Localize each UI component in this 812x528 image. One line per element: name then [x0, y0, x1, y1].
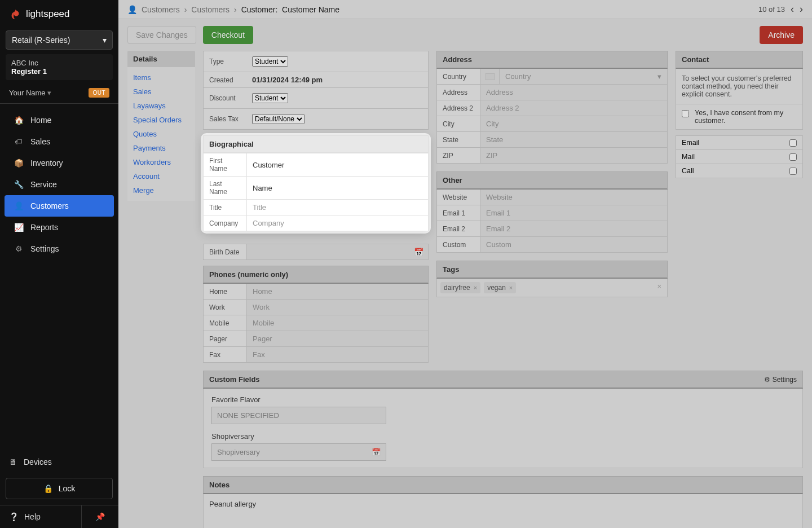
custom-input[interactable] [480, 237, 667, 252]
nav-home[interactable]: 🏠Home [5, 109, 114, 131]
city-label: City [437, 116, 480, 131]
lock-button[interactable]: 🔒Lock [6, 478, 113, 499]
nav-label: Reports [30, 223, 58, 232]
gear-icon: ⚙ [764, 376, 770, 384]
address2-input[interactable] [480, 100, 667, 116]
city-input[interactable] [480, 116, 667, 131]
subnav-merge[interactable]: Merge [127, 183, 195, 197]
email1-input[interactable] [480, 205, 667, 221]
zip-input[interactable] [480, 148, 667, 163]
tag-remove-icon[interactable]: × [509, 284, 513, 291]
company-input[interactable] [246, 215, 428, 231]
subnav-special-orders[interactable]: Special Orders [127, 113, 195, 127]
subnav-layaways[interactable]: Layaways [127, 99, 195, 113]
pref-email-checkbox[interactable] [789, 139, 797, 147]
consent-checkbox[interactable] [682, 110, 689, 117]
calendar-icon[interactable]: 📅 [372, 448, 381, 456]
type-select[interactable]: Student [252, 56, 288, 67]
notes-textarea[interactable]: Peanut allergy [203, 494, 803, 528]
discount-label: Discount [204, 88, 246, 108]
chevron-down-icon: ▾ [103, 36, 107, 45]
nav-devices[interactable]: 🖥Devices [0, 451, 118, 473]
country-select[interactable]: Country▾ [499, 69, 667, 84]
product-selector[interactable]: Retail (R-Series) ▾ [6, 30, 113, 50]
phone-work-input[interactable] [246, 300, 428, 315]
phone-mobile-input[interactable] [246, 315, 428, 331]
pref-mail-checkbox[interactable] [789, 153, 797, 161]
tags-input[interactable]: dairyfree× vegan× × [436, 279, 668, 297]
pager-prev[interactable]: ‹ [791, 3, 794, 15]
shopiversary-label: Shopiversary [211, 432, 795, 441]
breadcrumb-current-prefix: Customer: [241, 5, 278, 14]
email1-label: Email 1 [437, 205, 480, 221]
tags-clear-icon[interactable]: × [657, 282, 664, 293]
other-header: Other [436, 171, 668, 190]
salestax-select[interactable]: Default/None [252, 114, 304, 124]
tag-label: dairyfree [444, 284, 470, 292]
save-button[interactable]: Save Changes [127, 26, 196, 44]
tag-label: vegan [487, 284, 506, 292]
subnav-account[interactable]: Account [127, 169, 195, 183]
brand-logo: lightspeed [0, 0, 118, 28]
subnav-sales[interactable]: Sales [127, 85, 195, 99]
clock-out-badge[interactable]: OUT [89, 88, 109, 98]
custom-fields-settings-label: Settings [773, 376, 797, 384]
breadcrumb-section[interactable]: Customers [191, 5, 230, 14]
lock-icon: 🔒 [43, 484, 53, 493]
nav-service[interactable]: 🔧Service [5, 174, 114, 195]
favorite-flavor-select[interactable]: NONE SPECIFIED [211, 407, 386, 424]
type-label: Type [204, 51, 246, 72]
address-input[interactable] [480, 85, 667, 100]
subnav-quotes[interactable]: Quotes [127, 127, 195, 141]
shopiversary-input[interactable]: Shopiversary📅 [211, 443, 386, 461]
archive-button[interactable]: Archive [760, 26, 803, 44]
birthdate-input[interactable] [251, 244, 414, 259]
tag-remove-icon[interactable]: × [474, 284, 477, 291]
home-icon: 🏠 [14, 116, 24, 125]
nav-inventory[interactable]: 📦Inventory [5, 152, 114, 174]
monitor-icon: 🖥 [9, 457, 17, 467]
website-input[interactable] [480, 190, 667, 205]
address-header: Address [436, 51, 668, 69]
phone-fax-input[interactable] [246, 347, 428, 362]
subnav-payments[interactable]: Payments [127, 141, 195, 155]
custom-fields-settings-link[interactable]: ⚙Settings [764, 376, 797, 384]
calendar-icon[interactable]: 📅 [414, 248, 423, 257]
nav-reports[interactable]: 📈Reports [5, 217, 114, 238]
firstname-input[interactable] [246, 153, 428, 176]
nav-label: Sales [30, 137, 50, 146]
discount-select[interactable]: Student [252, 93, 288, 103]
help-icon: ❔ [9, 512, 19, 521]
nav-settings[interactable]: ⚙Settings [5, 238, 114, 259]
email2-input[interactable] [480, 221, 667, 236]
checkout-button[interactable]: Checkout [203, 26, 253, 44]
phone-pager-input[interactable] [246, 331, 428, 346]
nav-label: Customers [30, 201, 69, 210]
pager-next[interactable]: › [800, 3, 803, 15]
register-name: Register 1 [11, 67, 107, 76]
brand-name: lightspeed [26, 8, 70, 20]
phone-mobile-label: Mobile [204, 315, 246, 331]
pin-button[interactable]: 📌 [82, 505, 118, 528]
contact-header: Contact [676, 51, 803, 69]
pref-call-label: Call [682, 167, 694, 175]
nav-sales[interactable]: 🏷Sales [5, 131, 114, 152]
breadcrumb-root[interactable]: Customers [142, 5, 180, 14]
title-input[interactable] [246, 200, 428, 215]
breadcrumb: 👤 Customers › Customers › Customer: Cust… [127, 5, 339, 14]
subnav-items[interactable]: Items [127, 71, 195, 85]
subnav-workorders[interactable]: Workorders [127, 155, 195, 169]
nav-customers[interactable]: 👤Customers [5, 195, 114, 217]
lastname-input[interactable] [246, 177, 428, 199]
user-name[interactable]: Your Name [9, 89, 46, 97]
pref-call-checkbox[interactable] [789, 168, 797, 175]
wrench-icon: 🔧 [14, 180, 24, 189]
custom-fields-title: Custom Fields [209, 375, 260, 384]
help-button[interactable]: ❔Help [0, 505, 82, 528]
product-selector-label: Retail (R-Series) [12, 36, 70, 45]
phone-home-input[interactable] [246, 284, 428, 299]
location-box[interactable]: ABC Inc Register 1 [6, 54, 113, 80]
created-label: Created [204, 72, 246, 87]
state-input[interactable] [480, 132, 667, 147]
notes-header: Notes [203, 476, 803, 494]
